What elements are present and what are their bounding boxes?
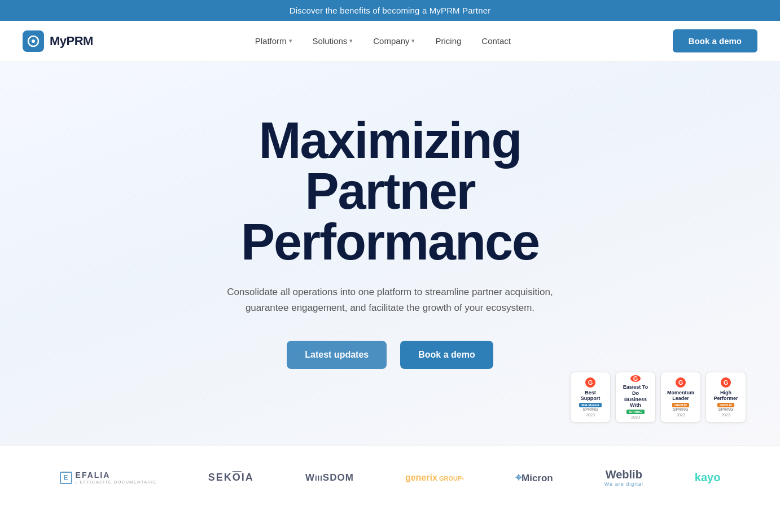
- g2-logo-icon: G: [585, 377, 595, 388]
- kayo-text: kayo: [695, 471, 721, 484]
- logo-text: MyPRM: [50, 34, 93, 49]
- banner-text: Discover the benefits of becoming a MyPR…: [290, 6, 491, 15]
- wisdom-text: WIIISDOM: [305, 472, 354, 483]
- nav-link-contact[interactable]: Contact: [481, 36, 511, 46]
- badge-title: MomentumLeader: [667, 390, 694, 402]
- partner-logo-generix: generix GROUP›: [405, 473, 464, 483]
- generix-text: generix GROUP›: [405, 473, 464, 483]
- badge-season: SPRING: [673, 407, 689, 412]
- book-demo-button[interactable]: Book a demo: [400, 341, 493, 369]
- nav-item-company[interactable]: Company ▾: [373, 36, 415, 46]
- logo-link[interactable]: MyPRM: [23, 30, 93, 52]
- nav-link-company[interactable]: Company ▾: [373, 36, 415, 46]
- g2-logo-icon: G: [630, 375, 641, 382]
- chevron-down-icon: ▾: [349, 37, 353, 45]
- partner-logo-kayo: kayo: [695, 471, 721, 484]
- nav-book-demo-button[interactable]: Book a demo: [673, 29, 757, 52]
- badge-title: Easiest To DoBusiness With: [619, 384, 652, 408]
- svg-point-1: [32, 39, 35, 43]
- badge-title: BestSupport: [581, 390, 601, 402]
- g2-logo-icon: G: [721, 377, 731, 388]
- badge-year: 2023: [586, 413, 595, 417]
- efalia-icon: E: [60, 472, 72, 484]
- nav-link-platform[interactable]: Platform ▾: [255, 36, 292, 46]
- hero-title: Maximizing Partner Performance: [241, 115, 539, 267]
- badges-row: G BestSupport Mid-Market SPRING 2023 G E…: [570, 372, 746, 423]
- top-banner[interactable]: Discover the benefits of becoming a MyPR…: [0, 0, 780, 21]
- nav-links: Platform ▾ Solutions ▾ Company ▾ Pricing…: [255, 36, 511, 46]
- partner-logo-efalia: E EFALIA L'EFFICACITÉ DOCUMENTAIRE: [60, 471, 157, 485]
- badge-high-performer: G HighPerformer GROUP SPRING 2023: [705, 372, 746, 423]
- badge-title: HighPerformer: [713, 390, 738, 402]
- partner-logo-sekoia: SEKOIA: [208, 472, 254, 483]
- hero-subtitle: Consolidate all operations into one plat…: [221, 284, 559, 315]
- logo-icon: [23, 30, 44, 52]
- partner-logo-wisdom: WIIISDOM: [305, 472, 354, 483]
- badge-season: SPRING: [583, 407, 598, 412]
- hero-section: Maximizing Partner Performance Consolida…: [0, 61, 780, 445]
- micron-text: ⌖Micron: [515, 471, 553, 484]
- nav-item-platform[interactable]: Platform ▾: [255, 36, 292, 46]
- badge-best-support: G BestSupport Mid-Market SPRING 2023: [570, 372, 611, 423]
- weblib-tagline: We are digital: [604, 481, 643, 487]
- sekoia-text: SEKOIA: [208, 472, 254, 483]
- badge-momentum-leader: G MomentumLeader GROUP SPRING 2023: [660, 372, 701, 423]
- badge-tag: SPRING: [626, 410, 644, 414]
- badge-year: 2023: [721, 413, 730, 417]
- nav-item-pricing[interactable]: Pricing: [435, 36, 461, 46]
- efalia-name: EFALIA: [76, 471, 157, 480]
- navbar: MyPRM Platform ▾ Solutions ▾ Company ▾ P…: [0, 21, 780, 61]
- hero-buttons: Latest updates Book a demo: [287, 341, 493, 369]
- badge-tag: GROUP: [672, 403, 689, 407]
- g2-logo-icon: G: [676, 377, 686, 388]
- chevron-down-icon: ▾: [411, 37, 415, 45]
- chevron-down-icon: ▾: [289, 37, 292, 45]
- badge-easiest-to-do: G Easiest To DoBusiness With SPRING 2023: [615, 372, 656, 423]
- partner-logo-weblib: Weblib We are digital: [604, 468, 643, 487]
- efalia-tagline: L'EFFICACITÉ DOCUMENTAIRE: [76, 480, 157, 485]
- badge-year: 2023: [676, 413, 685, 417]
- nav-link-solutions[interactable]: Solutions ▾: [313, 36, 353, 46]
- partner-logos-section: E EFALIA L'EFFICACITÉ DOCUMENTAIRE SEKOI…: [0, 445, 780, 509]
- partner-logo-micron: ⌖Micron: [515, 471, 553, 484]
- nav-link-pricing[interactable]: Pricing: [435, 36, 461, 46]
- weblib-text: Weblib: [604, 468, 643, 481]
- badge-tag: Mid-Market: [579, 403, 602, 407]
- nav-item-contact[interactable]: Contact: [481, 36, 511, 46]
- badge-year: 2023: [631, 415, 640, 419]
- nav-item-solutions[interactable]: Solutions ▾: [313, 36, 353, 46]
- latest-updates-button[interactable]: Latest updates: [287, 341, 387, 369]
- badge-tag: GROUP: [717, 403, 734, 407]
- badge-season: SPRING: [718, 407, 734, 412]
